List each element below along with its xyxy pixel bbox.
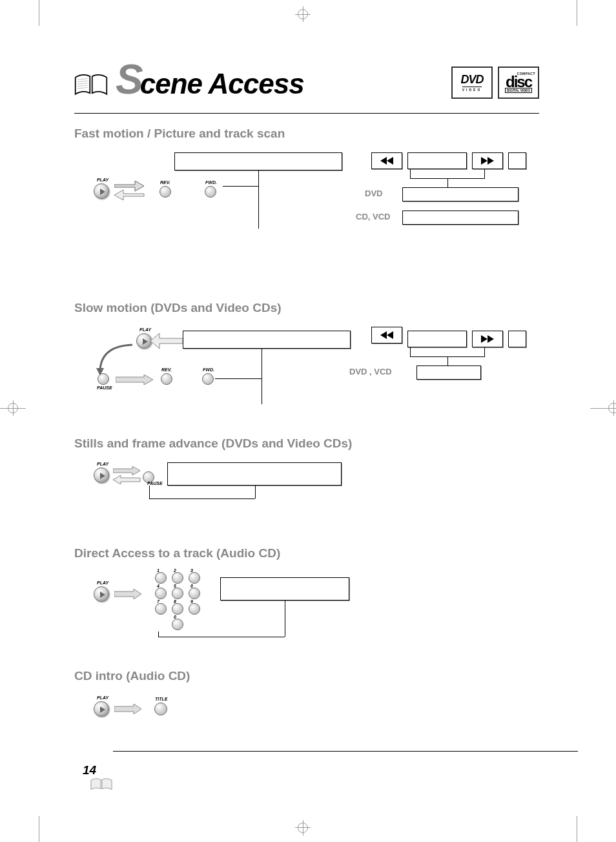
play-label: PLAY	[139, 327, 151, 332]
pause-button: PAUSE	[98, 373, 109, 385]
keypad-6: 6	[189, 588, 200, 599]
rewind-rc-button	[371, 152, 402, 169]
title-rest: cene Access	[140, 71, 304, 97]
rewind-icon	[380, 157, 393, 165]
crop-mark	[39, 0, 39, 26]
forward-rc-button	[472, 331, 503, 347]
section-cd-intro: CD intro (Audio CD) PLAY TITLE	[74, 669, 539, 721]
info-box	[402, 187, 518, 201]
rev-label: REV.	[160, 180, 170, 185]
dvd-logo: DVD VIDEO	[451, 67, 493, 99]
rev-button: REV.	[159, 186, 171, 198]
rewind-icon	[380, 331, 393, 339]
divider	[113, 751, 578, 752]
connector	[223, 186, 258, 187]
section-stills: Stills and frame advance (DVDs and Video…	[74, 436, 539, 514]
title-label: TITLE	[155, 697, 167, 701]
forward-icon	[481, 157, 494, 165]
fwd-label: FWD.	[203, 367, 214, 372]
arrow-right-icon	[114, 704, 143, 714]
keypad-9: 9	[189, 603, 200, 615]
rev-button: REV.	[161, 373, 172, 385]
svg-marker-9	[481, 157, 488, 165]
info-box	[508, 152, 526, 169]
cd-bot: DIGITAL VIDEO	[505, 88, 532, 93]
svg-marker-8	[387, 157, 393, 165]
rewind-rc-button	[371, 327, 402, 344]
keypad-0: 0	[172, 619, 183, 630]
section-direct-access: Direct Access to a track (Audio CD) PLAY…	[74, 546, 539, 637]
svg-marker-13	[116, 375, 153, 385]
cdvcd-label: CD, VCD	[356, 212, 390, 221]
dvd-label: DVD	[365, 189, 382, 198]
crop-mark	[577, 816, 577, 842]
info-box	[508, 331, 526, 347]
pause-label: PAUSE	[147, 481, 163, 486]
curved-arrow-icon	[94, 340, 139, 378]
connector	[158, 632, 159, 637]
title-row: Scene Access DVD VIDEO COMPACT disc DIGI…	[74, 61, 539, 99]
svg-marker-7	[380, 157, 387, 165]
book-icon	[90, 777, 112, 792]
crop-mark	[577, 0, 577, 26]
book-icon	[74, 72, 108, 99]
play-button: PLAY	[94, 586, 109, 602]
dvd-sub: VIDEO	[462, 87, 482, 92]
connector	[447, 356, 448, 365]
forward-icon	[481, 335, 494, 343]
page-number: 14	[83, 763, 96, 777]
svg-marker-18	[113, 466, 140, 475]
crop-mark	[39, 816, 39, 842]
keypad-2: 2	[172, 572, 183, 584]
play-label: PLAY	[97, 695, 108, 700]
info-box	[167, 462, 342, 486]
play-label: PLAY	[97, 580, 108, 585]
keypad-3: 3	[189, 572, 200, 584]
cd-logo: COMPACT disc DIGITAL VIDEO	[498, 67, 539, 99]
connector	[484, 347, 485, 356]
svg-marker-17	[488, 335, 494, 343]
keypad-4: 4	[155, 588, 167, 599]
play-label: PLAY	[97, 178, 108, 182]
info-box	[402, 211, 518, 225]
divider	[74, 113, 539, 114]
keypad-1: 1	[155, 572, 167, 584]
arrow-right-icon	[114, 589, 143, 599]
play-button: PLAY	[94, 467, 109, 483]
svg-marker-19	[113, 475, 140, 484]
section-fast-motion: Fast motion / Picture and track scan PLA…	[74, 127, 539, 249]
format-logos: DVD VIDEO COMPACT disc DIGITAL VIDEO	[451, 67, 539, 99]
svg-marker-12	[150, 333, 183, 349]
svg-marker-5	[114, 181, 144, 191]
pause-label: PAUSE	[97, 385, 112, 390]
pause-button: PAUSE	[143, 471, 154, 483]
play-label: PLAY	[97, 462, 108, 466]
connector	[158, 637, 285, 637]
fwd-label: FWD.	[205, 180, 217, 185]
keypad-7: 7	[155, 603, 167, 615]
svg-marker-20	[114, 589, 141, 599]
title-button: TITLE	[154, 703, 167, 715]
svg-marker-6	[114, 190, 144, 200]
play-button: PLAY	[94, 183, 109, 199]
page-title: Scene Access	[116, 61, 304, 99]
double-arrow-icon	[113, 466, 141, 484]
svg-marker-14	[380, 331, 387, 339]
connector	[215, 378, 262, 379]
info-box	[183, 331, 351, 349]
section-title: Direct Access to a track (Audio CD)	[74, 546, 539, 560]
section-title: Slow motion (DVDs and Video CDs)	[74, 301, 539, 315]
connector	[262, 349, 262, 404]
dvdvcd-label: DVD , VCD	[349, 367, 392, 376]
connector	[255, 486, 256, 498]
keypad: 1 2 3 4 5 6 7 8 9 0	[152, 572, 205, 630]
fwd-button: FWD.	[202, 373, 214, 385]
arrow-right-icon	[116, 375, 154, 385]
arrow-left-icon	[150, 333, 183, 349]
connector	[447, 178, 448, 187]
fwd-button: FWD.	[205, 186, 216, 198]
connector	[410, 347, 411, 356]
section-title: CD intro (Audio CD)	[74, 669, 539, 683]
info-box	[407, 331, 467, 347]
svg-marker-15	[387, 331, 393, 339]
